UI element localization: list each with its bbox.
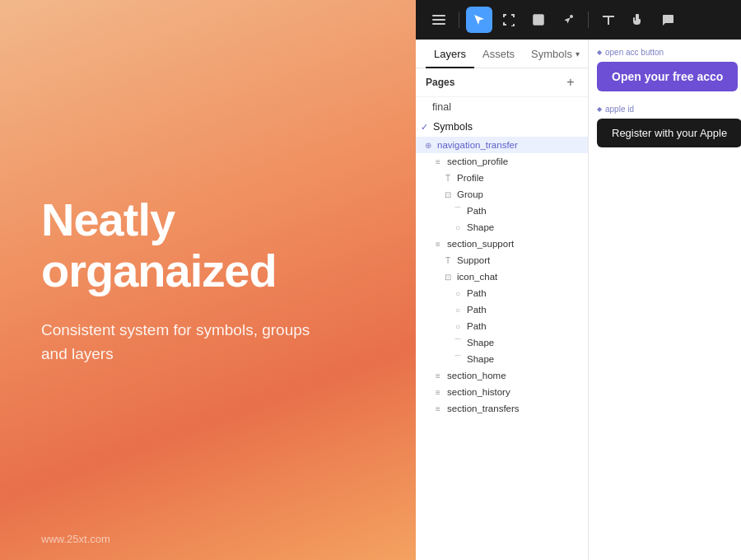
layer-path-3[interactable]: ○ Path (416, 301, 588, 318)
pages-label: Pages (426, 77, 454, 88)
section-icon: ≡ (432, 403, 444, 414)
layer-name: section_transfers (447, 404, 520, 413)
layer-icon-chat[interactable]: ⊡ icon_chat (416, 268, 588, 285)
shape-icon: ⌒ (452, 337, 464, 348)
shape-icon: ○ (452, 222, 464, 233)
layer-path-2[interactable]: ○ Path (416, 285, 588, 301)
add-page-button[interactable]: + (563, 75, 578, 90)
group-icon: ⊡ (442, 271, 454, 282)
apple-id-label: apple id (597, 105, 733, 114)
layer-name: Shape (467, 338, 494, 348)
layer-name: section_history (447, 387, 510, 397)
layer-name: section_support (447, 239, 514, 249)
layer-profile[interactable]: T Profile (416, 170, 588, 186)
layer-support[interactable]: T Support (416, 252, 588, 268)
layer-name: Path (467, 206, 487, 216)
layer-navigation-transfer[interactable]: ⊕ navigation_transfer (416, 137, 588, 153)
open-acc-label: open acc button (597, 48, 733, 57)
left-panel: Neatly organaized Consistent system for … (0, 0, 416, 560)
layer-name: Shape (467, 354, 494, 364)
section-icon: ≡ (432, 370, 444, 381)
layer-section-profile[interactable]: ≡ section_profile (416, 153, 588, 170)
select-tool-button[interactable] (466, 7, 492, 33)
layer-group[interactable]: ⊡ Group (416, 186, 588, 203)
symbols-dropdown-icon: ▾ (576, 49, 580, 58)
symbol-icon: ⊕ (422, 139, 434, 151)
watermark: www.25xt.com (41, 533, 110, 545)
frame-tool-button[interactable] (496, 7, 522, 33)
layer-section-support[interactable]: ≡ section_support (416, 236, 588, 252)
text-tool-button[interactable] (595, 7, 622, 33)
pages-section: Pages + (416, 68, 588, 97)
svg-rect-0 (432, 15, 445, 16)
path-icon: ○ (452, 320, 464, 332)
apple-id-button-preview: Register with your Apple (597, 119, 741, 147)
path-icon: ○ (452, 304, 464, 315)
content-area: Layers Assets Symbols ▾ Pages + final Sy… (416, 40, 741, 560)
layer-shape-2[interactable]: ⌒ Shape (416, 334, 588, 351)
vector-tool-button[interactable] (555, 7, 581, 33)
layer-name: Path (467, 321, 487, 331)
symbol-apple-id: apple id Register with your Apple (597, 105, 733, 147)
toolbar-divider-1 (459, 12, 459, 28)
layer-section-transfers[interactable]: ≡ section_transfers (416, 400, 588, 417)
section-icon: ≡ (432, 238, 444, 250)
tab-layers[interactable]: Layers (426, 40, 474, 68)
text-icon: T (442, 254, 454, 266)
tab-symbols[interactable]: Symbols ▾ (523, 40, 588, 68)
group-icon: ⊡ (442, 189, 454, 200)
svg-rect-1 (432, 19, 445, 21)
shape-tool-button[interactable] (525, 7, 552, 33)
subtitle: Consistent system for symbols, groups an… (41, 319, 338, 366)
layer-shape-1[interactable]: ○ Shape (416, 219, 588, 236)
layer-name: Support (457, 255, 490, 265)
layer-name: icon_chat (457, 272, 497, 282)
toolbar (416, 0, 741, 40)
layer-section-home[interactable]: ≡ section_home (416, 367, 588, 384)
svg-rect-3 (534, 15, 543, 25)
layer-name: Path (467, 288, 487, 298)
page-final[interactable]: final (416, 97, 588, 117)
layer-name: section_profile (447, 156, 508, 166)
layer-tree: ⊕ navigation_transfer ≡ section_profile … (416, 137, 588, 560)
preview-area: open acc button Open your free acco appl… (589, 40, 741, 560)
shape-icon: ⌒ (452, 353, 464, 365)
comment-tool-button[interactable] (655, 7, 681, 33)
section-icon: ≡ (432, 156, 444, 167)
layer-name: Shape (467, 222, 494, 232)
layer-name: Path (467, 305, 487, 315)
right-panel: Layers Assets Symbols ▾ Pages + final Sy… (416, 0, 741, 560)
main-title: Neatly organaized (41, 194, 375, 296)
layer-path-1[interactable]: ⌒ Path (416, 203, 588, 219)
path-icon: ⌒ (452, 205, 464, 217)
layer-shape-3[interactable]: ⌒ Shape (416, 351, 588, 367)
svg-rect-2 (432, 23, 445, 25)
layer-name: navigation_transfer (437, 140, 518, 150)
layer-name: Profile (457, 173, 484, 183)
symbols-panel: open acc button Open your free acco appl… (589, 40, 741, 560)
toolbar-divider-2 (588, 12, 589, 28)
open-acc-button-preview: Open your free acco (597, 62, 738, 91)
tab-assets[interactable]: Assets (474, 40, 523, 68)
layers-sidebar: Layers Assets Symbols ▾ Pages + final Sy… (416, 40, 589, 560)
layer-name: section_home (447, 371, 506, 380)
page-symbols[interactable]: Symbols (416, 117, 588, 137)
layer-path-4[interactable]: ○ Path (416, 318, 588, 334)
menu-icon[interactable] (426, 7, 452, 33)
layer-name: Group (457, 189, 483, 199)
hand-tool-button[interactable] (625, 7, 651, 33)
symbol-open-acc: open acc button Open your free acco (597, 48, 733, 91)
section-icon: ≡ (432, 386, 444, 398)
path-icon: ○ (452, 287, 464, 299)
sidebar-tabs: Layers Assets Symbols ▾ (416, 40, 588, 68)
layer-section-history[interactable]: ≡ section_history (416, 384, 588, 400)
text-icon: T (442, 172, 454, 184)
